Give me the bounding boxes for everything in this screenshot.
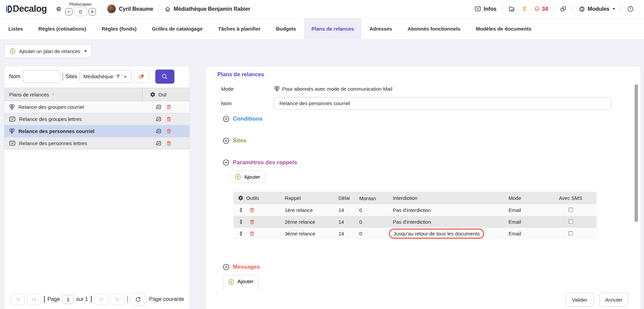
screen-chat-icon <box>9 104 15 110</box>
plus-circle-icon <box>9 48 16 55</box>
add-plan-button[interactable]: Ajouter un plan de relances <box>4 44 92 58</box>
rewind-button[interactable] <box>11 294 25 305</box>
tab-t-ches-planifier[interactable]: Tâches à planifier <box>210 18 268 39</box>
plan-name-input[interactable] <box>274 97 611 109</box>
reorder-icon[interactable] <box>238 230 244 237</box>
add-rappel-button[interactable]: Ajouter <box>229 171 265 183</box>
trash-icon[interactable] <box>166 140 172 146</box>
reorder-icon[interactable] <box>238 219 244 225</box>
sites-filter-chip[interactable]: Médiathèque <box>79 70 131 83</box>
trash-icon[interactable] <box>166 116 172 122</box>
first-page-button[interactable] <box>27 294 41 305</box>
row-actions <box>155 116 172 123</box>
gear-icon <box>150 92 156 97</box>
filter-divider <box>63 73 63 81</box>
tab-adresses[interactable]: Adresses <box>362 18 400 39</box>
mode-value: Pour abonnés avec mode de communication … <box>274 86 392 92</box>
gear-icon <box>238 195 244 201</box>
avec-sms-checkbox[interactable] <box>569 208 573 212</box>
link-icon[interactable] <box>560 5 567 12</box>
notifications-button[interactable]: 34 <box>534 5 548 12</box>
rappel-row: 2ème relance140Pas d'interdictionEmail <box>233 216 597 228</box>
add-message-button[interactable]: Ajouter <box>223 275 259 291</box>
folder-cloud-icon[interactable] <box>508 5 515 12</box>
search-button[interactable] <box>155 70 174 84</box>
annuler-button[interactable]: Annuler <box>599 293 628 307</box>
valider-button[interactable]: Valider <box>565 293 594 307</box>
plus-circle-icon <box>234 173 241 180</box>
user-menu[interactable]: Cyril Beaume <box>107 4 153 13</box>
page-input[interactable] <box>62 295 74 304</box>
avec-sms-checkbox[interactable] <box>569 231 573 235</box>
add-message-label: Ajouter <box>237 278 254 284</box>
tab-r-gles-cotisations-[interactable]: Règles (cotisations) <box>31 18 94 39</box>
tab-abonn-s-fonctionnels[interactable]: Abonnés fonctionnels <box>400 18 468 39</box>
vertical-scrollbar-thumb[interactable] <box>635 84 638 222</box>
trash-icon[interactable] <box>249 207 255 213</box>
rappel-interdiction: Pas d'interdiction <box>388 204 504 216</box>
refresh-button[interactable] <box>131 293 145 306</box>
section-label: Conditions <box>233 116 263 122</box>
page-body: Ajouter un plan de relances Nom Sites Mé… <box>0 39 644 309</box>
user-name: Cyril Beaume <box>119 6 153 12</box>
decalog-logo[interactable]: Decalog <box>5 4 47 14</box>
avec-sms-checkbox[interactable] <box>569 219 573 224</box>
rappels-col-header: Rappel <box>280 192 334 204</box>
x-icon[interactable] <box>123 74 128 79</box>
alert-circle-icon[interactable] <box>627 5 634 12</box>
topbar: Decalog Photocopies − 0 + Cyril Beaume M… <box>0 0 644 18</box>
plan-detail-panel: Plans de relances Mode Pour abonnés avec… <box>205 66 641 309</box>
rappel-tools <box>238 207 276 213</box>
tab-plans-de-relances[interactable]: Plans de relances <box>304 18 362 39</box>
send-message-icon[interactable] <box>155 140 162 147</box>
rappel-montant: 0 <box>355 228 388 239</box>
avatar <box>107 4 116 13</box>
trash-icon[interactable] <box>166 104 172 110</box>
logo-text: Decalog <box>13 4 47 14</box>
forward-icon <box>114 296 121 303</box>
plan-label: Relance des personnes lettres <box>19 140 152 146</box>
tab-listes[interactable]: Listes <box>1 18 31 39</box>
modules-menu[interactable]: Modules <box>579 6 615 12</box>
plan-list-item[interactable]: Relance des personnes courriel <box>4 125 190 137</box>
screen-chat-icon <box>9 128 15 134</box>
photocopies-plus-button[interactable]: + <box>89 8 96 15</box>
send-message-icon[interactable] <box>155 104 162 111</box>
reorder-icon[interactable] <box>238 207 244 213</box>
sort-asc-icon <box>51 93 55 96</box>
rappels-table: OutilsRappelDélaiMontantInterdictionMode… <box>233 192 597 239</box>
trash-icon[interactable] <box>166 128 172 134</box>
plans-sort-header[interactable]: Plans de relances <box>4 92 142 97</box>
tab-budgets[interactable]: Budgets <box>268 18 304 39</box>
chevron-circle-down-icon <box>222 137 230 144</box>
trash-icon[interactable] <box>249 219 255 225</box>
tab-grilles-de-catalogage[interactable]: Grilles de catalogage <box>144 18 210 39</box>
rappel-montant: 0 <box>355 204 388 216</box>
nom-filter-input[interactable] <box>23 70 60 83</box>
infos-button[interactable]: Infos <box>474 5 496 12</box>
plan-list-item[interactable]: Relance des groupes courriel <box>4 101 190 113</box>
last-page-button[interactable] <box>111 294 124 305</box>
trash-icon[interactable] <box>249 230 255 237</box>
broadcast-icon[interactable] <box>521 5 528 12</box>
section-rappels[interactable]: Paramètres des rappels <box>222 159 297 166</box>
printer-icon <box>56 6 62 12</box>
site-selector[interactable]: Médiathèque Benjamin Rabier <box>164 6 251 12</box>
clear-filters-button[interactable] <box>134 70 149 83</box>
rappel-interdiction: Jusqu'au retour de tous les documents <box>388 228 504 239</box>
rewind-icon <box>15 296 21 303</box>
section-conditions[interactable]: Conditions <box>222 115 263 123</box>
photocopies-value[interactable]: 0 <box>74 7 87 16</box>
photocopies-minus-button[interactable]: − <box>65 8 72 15</box>
tab-r-gles-fonds-[interactable]: Règles (fonds) <box>94 18 144 39</box>
first-page-icon <box>31 296 37 303</box>
plan-list-item[interactable]: Relance des personnes lettres <box>4 137 190 149</box>
next-page-button[interactable] <box>95 294 108 305</box>
plan-list-item[interactable]: Relance des groupes lettres <box>4 113 190 125</box>
section-sites[interactable]: Sites <box>222 137 247 144</box>
section-messages[interactable]: Messages <box>222 263 260 271</box>
rappel-mode: Email <box>504 216 544 228</box>
tab-mod-les-de-documents[interactable]: Modèles de documents <box>468 18 539 39</box>
send-message-icon[interactable] <box>155 116 162 123</box>
send-message-icon[interactable] <box>155 128 162 135</box>
